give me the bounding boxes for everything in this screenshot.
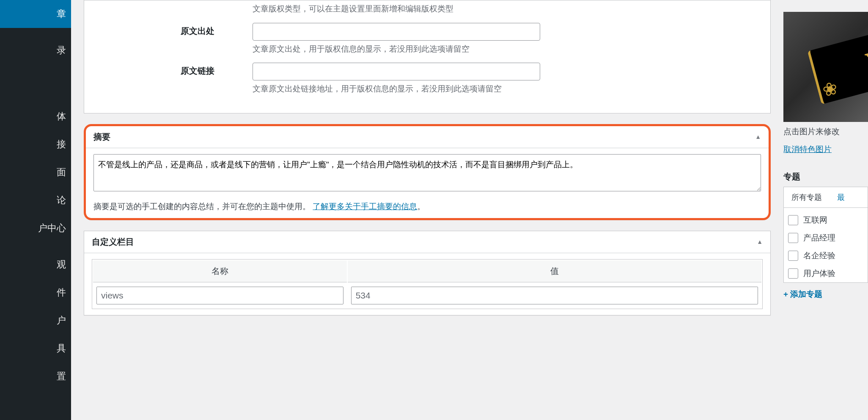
excerpt-desc-suffix: 。 [417,202,425,211]
excerpt-title: 摘要 [93,131,110,143]
topic-checkbox[interactable] [788,268,798,279]
cf-value-input[interactable] [351,287,758,304]
topics-metabox: 专题 所有专题 最 互联网 产品经理 名企经验 [783,171,868,300]
topics-list: 互联网 产品经理 名企经验 用户体验 [783,207,868,283]
sidebar-item-7[interactable]: 观 [0,251,71,279]
cf-name-header: 名称 [93,260,347,282]
topic-label: 互联网 [803,215,827,226]
source-input[interactable] [253,23,540,41]
topics-tabs: 所有专题 最 [783,187,868,207]
topic-item[interactable]: 互联网 [784,211,868,229]
cf-name-input[interactable] [96,287,343,304]
copyright-metabox: 文章版权类型，可以在主题设置里面新增和编辑版权类型 原文出处 文章原文出处，用于… [84,0,771,113]
sidebar-item-1[interactable]: 录 [0,36,71,64]
admin-sidebar: 章 录 体 接 面 论 户中心 观 件 户 具 置 [0,0,71,420]
topics-title: 专题 [783,171,868,187]
ornament-icon: ❀ [820,77,840,101]
sidebar-item-9[interactable]: 户 [0,307,71,334]
source-desc: 文章原文出处，用于版权信息的显示，若没用到此选项请留空 [253,43,540,55]
featured-image-thumbnail[interactable]: ❀ V [783,12,868,122]
topic-checkbox[interactable] [788,233,798,243]
topic-checkbox[interactable] [788,251,798,261]
topic-checkbox[interactable] [788,215,798,225]
featured-image-hint: 点击图片来修改 [783,126,868,137]
excerpt-metabox: 摘要 ▲ 摘要是可选的手工创建的内容总结，并可在您的主题中使用。 了解更多关于手… [84,124,771,220]
sidebar-item-2[interactable]: 体 [0,102,71,130]
cf-value-header: 值 [348,260,761,282]
topic-label: 用户体验 [803,268,835,279]
link-label: 原文链接 [181,63,253,95]
custom-fields-title: 自定义栏目 [92,236,134,248]
copyright-type-desc: 文章版权类型，可以在主题设置里面新增和编辑版权类型 [253,3,540,15]
main-content: 文章版权类型，可以在主题设置里面新增和编辑版权类型 原文出处 文章原文出处，用于… [71,0,783,420]
copyright-type-label [181,0,253,15]
sidebar-item-3[interactable]: 接 [0,130,71,158]
topic-label: 名企经验 [803,250,835,261]
collapse-toggle-icon[interactable]: ▲ [755,133,761,140]
custom-fields-metabox: 自定义栏目 ▲ 名称 值 [84,231,771,315]
topic-item[interactable]: 用户体验 [784,265,868,282]
custom-fields-table: 名称 值 [92,259,763,309]
excerpt-textarea[interactable] [93,154,761,191]
right-sidebar: ❀ V 点击图片来修改 取消特色图片 专题 所有专题 最 互联网 产品经理 [783,0,868,420]
excerpt-learn-more-link[interactable]: 了解更多关于手工摘要的信息 [313,202,417,211]
topics-tab-recent[interactable]: 最 [830,187,852,207]
sidebar-item-11[interactable]: 置 [0,362,71,390]
sidebar-item-6[interactable]: 户中心 [0,214,71,242]
sidebar-item-4[interactable]: 面 [0,158,71,186]
excerpt-desc-prefix: 摘要是可选的手工创建的内容总结，并可在您的主题中使用。 [93,202,310,211]
sidebar-item-10[interactable]: 具 [0,334,71,362]
topic-item[interactable]: 名企经验 [784,247,868,265]
remove-featured-image-link[interactable]: 取消特色图片 [783,144,832,155]
collapse-toggle-icon[interactable]: ▲ [757,238,763,245]
excerpt-help-text: 摘要是可选的手工创建的内容总结，并可在您的主题中使用。 了解更多关于手工摘要的信… [93,201,761,212]
topic-label: 产品经理 [803,232,835,243]
link-input[interactable] [253,63,540,80]
topics-tab-all[interactable]: 所有专题 [784,187,830,207]
source-label: 原文出处 [181,23,253,55]
sidebar-item-5[interactable]: 论 [0,186,71,214]
custom-field-row [93,283,761,308]
add-topic-link[interactable]: + 添加专题 [783,283,868,300]
vip-card-text: V [862,41,868,81]
link-desc: 文章原文出处链接地址，用于版权信息的显示，若没用到此选项请留空 [253,83,540,95]
topic-item[interactable]: 产品经理 [784,229,868,247]
sidebar-item-8[interactable]: 件 [0,279,71,307]
sidebar-item-posts[interactable]: 章 [0,0,71,28]
